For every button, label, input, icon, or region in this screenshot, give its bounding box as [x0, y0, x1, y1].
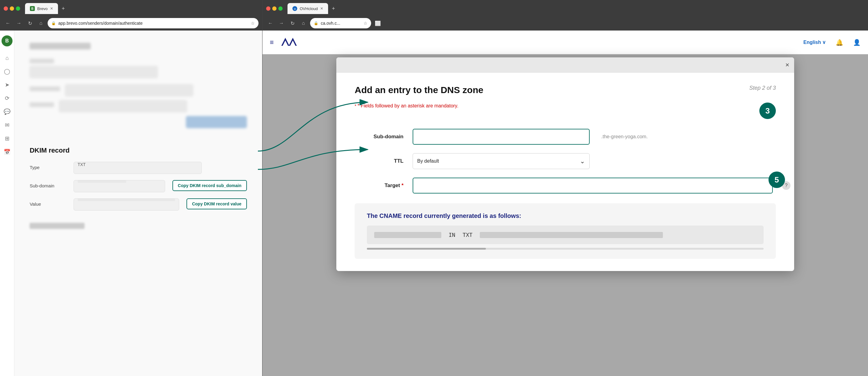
back-button-left[interactable]: ←: [4, 19, 12, 28]
modal-body: Add an entry to the DNS zone Step 2 of 3…: [336, 73, 794, 271]
bottom-blurred-section: [30, 223, 247, 229]
hamburger-icon[interactable]: ≡: [270, 38, 274, 46]
sidebar-item-reports[interactable]: ⊞: [2, 133, 12, 144]
tab-label-brevo: Brevo: [37, 6, 48, 11]
left-browser-window: B Brevo ✕ + ← → ↻ ⌂ 🔒 app.brevo.com/send…: [0, 0, 262, 376]
tab-close-brevo[interactable]: ✕: [50, 6, 53, 11]
ttl-select[interactable]: By default ⌄: [413, 153, 590, 169]
home-button-left[interactable]: ⌂: [37, 19, 45, 28]
cname-value-box: IN TXT: [367, 225, 764, 244]
step5-badge: 5: [769, 171, 785, 188]
sidebar-navigation: B ⌂ ◯ ➤ ⟳ 💬 ✉ ⊞ 📅: [0, 31, 14, 376]
forward-button-right[interactable]: →: [277, 19, 286, 28]
sidebar-item-campaigns[interactable]: ➤: [2, 80, 12, 90]
right-browser-window: O OVHcloud ✕ + ← → ↻ ⌂ 🔒 ca.ovh.c... ☆ ⬜…: [262, 0, 868, 376]
tabs-row: B Brevo ✕ +: [4, 2, 258, 14]
subdomain-label: Sub-domain: [30, 180, 66, 188]
copy-value-button[interactable]: Copy DKIM record value: [186, 198, 247, 209]
sidebar-item-automation[interactable]: ⟳: [2, 93, 12, 104]
forward-button-left[interactable]: →: [14, 19, 23, 28]
subdomain-form-label: Sub-domain: [355, 134, 403, 140]
ttl-form-label: TTL: [355, 158, 403, 164]
target-form-label: Target *: [355, 183, 403, 189]
bookmark-icon-right[interactable]: ☆: [364, 21, 368, 26]
domain-suffix: .the-green-yoga.com.: [601, 134, 648, 139]
mandatory-note: * * Fields followed by an asterisk are m…: [355, 103, 458, 108]
cname-section-title: The CNAME record currently generated is …: [367, 212, 764, 219]
user-account-icon[interactable]: 👤: [853, 39, 861, 46]
ovh-logo: [279, 36, 300, 49]
ttl-dropdown-arrow-icon: ⌄: [580, 157, 585, 165]
bookmark-icon[interactable]: ☆: [251, 21, 255, 26]
dkim-title: DKIM record: [30, 147, 247, 154]
back-button-right[interactable]: ←: [266, 19, 275, 28]
refresh-button-right[interactable]: ↻: [288, 19, 297, 28]
target-form-input[interactable]: [413, 178, 773, 193]
minimize-window-button-right[interactable]: [272, 6, 277, 11]
subdomain-form-row: Sub-domain .the-green-yoga.com.: [355, 129, 776, 145]
cname-section: The CNAME record currently generated is …: [355, 203, 776, 259]
close-window-button[interactable]: [4, 6, 8, 11]
dkim-section: DKIM record Type TXT Sub-domain: [30, 147, 247, 229]
target-required-marker: *: [401, 183, 403, 188]
security-icon: 🔒: [51, 21, 56, 25]
sidebar-item-contacts[interactable]: ◯: [2, 66, 12, 77]
url-text-left: app.brevo.com/senders/domain/authenticat…: [58, 21, 248, 26]
subdomain-input[interactable]: [73, 180, 165, 192]
brevo-favicon: B: [30, 6, 35, 11]
subdomain-row: Sub-domain Copy DKIM record sub_domain: [30, 180, 247, 192]
window-controls: [4, 6, 20, 11]
language-selector[interactable]: English ∨: [803, 39, 826, 45]
svg-marker-3: [289, 37, 297, 45]
right-browser-content: ≡ English ∨ 🔔 👤 ×: [262, 31, 868, 376]
modal-close-button[interactable]: ×: [785, 61, 789, 69]
modal-title: Add an entry to the DNS zone: [355, 85, 484, 95]
dns-modal: × Add an entry to the DNS zone Step 2 of…: [336, 57, 794, 271]
modal-step-indicator: Step 2 of 3: [749, 85, 776, 91]
tabs-row-right: O OVHcloud ✕ +: [266, 2, 864, 14]
sidebar-item-calendar[interactable]: 📅: [2, 147, 12, 157]
cname-in-text: IN: [448, 232, 455, 238]
close-window-button-right[interactable]: [266, 6, 271, 11]
value-input[interactable]: [73, 198, 179, 211]
asterisk-marker: *: [355, 103, 358, 108]
cname-blurred-right: [480, 232, 663, 238]
cname-blurred-left: [374, 232, 441, 238]
address-bar-right[interactable]: 🔒 ca.ovh.c... ☆: [310, 18, 371, 28]
notification-bell-icon[interactable]: 🔔: [836, 39, 843, 46]
maximize-window-button-right[interactable]: [278, 6, 283, 11]
new-tab-button[interactable]: +: [62, 5, 65, 12]
step3-badge: 3: [760, 102, 776, 119]
svg-marker-2: [281, 37, 289, 45]
left-browser-content: B ⌂ ◯ ➤ ⟳ 💬 ✉ ⊞ 📅: [0, 31, 262, 376]
ovh-topbar: ≡ English ∨ 🔔 👤: [262, 31, 868, 54]
subdomain-form-input[interactable]: [413, 129, 590, 145]
type-input[interactable]: TXT: [73, 162, 202, 174]
sidebar-item-inbox[interactable]: ✉: [2, 120, 12, 131]
scroll-thumb: [367, 248, 486, 250]
sidebar-item-home[interactable]: ⌂: [2, 53, 12, 63]
ttl-form-row: TTL By default ⌄: [355, 153, 776, 169]
left-browser-chrome: B Brevo ✕ + ← → ↻ ⌂ 🔒 app.brevo.com/send…: [0, 0, 262, 31]
svg-text:O: O: [294, 8, 296, 10]
minimize-window-button[interactable]: [10, 6, 14, 11]
refresh-button-left[interactable]: ↻: [26, 19, 34, 28]
sidebar-item-conversations[interactable]: 💬: [2, 106, 12, 117]
home-button-right[interactable]: ⌂: [299, 19, 308, 28]
maximize-btn-right[interactable]: ⬜: [374, 19, 382, 28]
window-controls-right: [266, 6, 283, 11]
value-row: Value Copy DKIM record value: [30, 198, 247, 211]
ttl-selected-value: By default: [417, 158, 439, 164]
maximize-window-button[interactable]: [16, 6, 20, 11]
copy-subdomain-button[interactable]: Copy DKIM record sub_domain: [173, 180, 247, 191]
active-tab-ovhcloud[interactable]: O OVHcloud ✕: [287, 3, 328, 14]
address-bar-left[interactable]: 🔒 app.brevo.com/senders/domain/authentic…: [48, 18, 258, 28]
modal-title-row: Add an entry to the DNS zone Step 2 of 3: [355, 85, 776, 95]
cname-txt-text: TXT: [463, 232, 473, 238]
modal-header-bar: ×: [336, 57, 794, 73]
brevo-logo: B: [2, 35, 12, 46]
active-tab-brevo[interactable]: B Brevo ✕: [25, 3, 58, 14]
tab-close-ovh[interactable]: ✕: [320, 6, 323, 11]
type-row: Type TXT: [30, 162, 247, 174]
new-tab-button-right[interactable]: +: [332, 5, 335, 12]
